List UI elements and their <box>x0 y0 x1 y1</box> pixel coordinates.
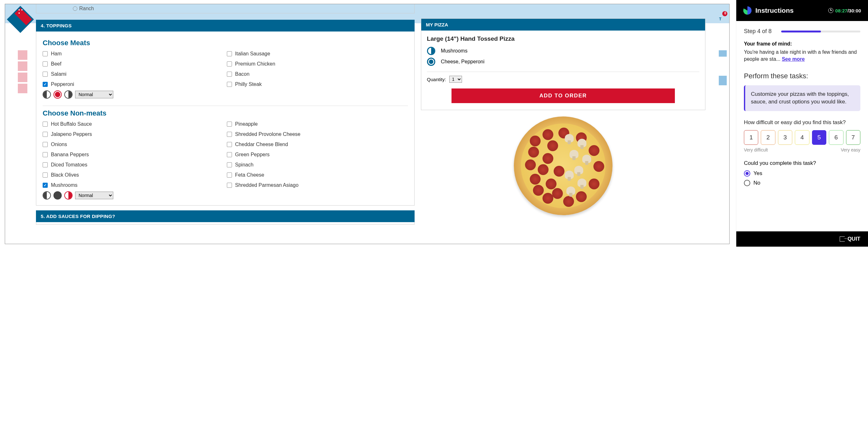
mushrooms-amount-select[interactable]: Normal <box>75 192 113 199</box>
instructions-sidebar: Instructions 08:27/30:00 Step 4 of 8 You… <box>736 0 868 247</box>
checkbox-icon <box>227 122 232 127</box>
coverage-right-icon[interactable] <box>64 90 72 99</box>
topping-jalapeno[interactable]: Jalapeno Peppers <box>43 131 224 137</box>
topping-feta[interactable]: Feta Cheese <box>227 172 408 178</box>
checkbox-icon <box>43 61 48 66</box>
checkbox-icon <box>227 51 232 56</box>
topping-diced-tomatoes[interactable]: Diced Tomatoes <box>43 162 224 168</box>
step-label: Step 4 of 8 <box>744 28 772 35</box>
rating-1[interactable]: 1 <box>744 130 758 145</box>
topping-italian-sausage[interactable]: Italian Sausage <box>227 51 408 57</box>
embedded-app-pane: 0T Ranch 4. TOPPINGS Choose Meats Ham <box>0 0 736 247</box>
ingredient-cheese-pepperoni: Cheese, Pepperoni <box>427 58 700 66</box>
topping-salami[interactable]: Salami <box>43 71 224 77</box>
topping-spinach[interactable]: Spinach <box>227 162 408 168</box>
step-row: Step 4 of 8 <box>744 28 860 35</box>
radio-icon <box>73 6 77 11</box>
rating-4[interactable]: 4 <box>795 130 809 145</box>
nonmeats-grid: Hot Buffalo Sauce Pineapple Jalapeno Pep… <box>43 121 408 188</box>
my-pizza-header: MY PIZZA <box>421 19 705 31</box>
meats-grid: Ham Italian Sausage Beef Premium Chicken… <box>43 51 408 87</box>
frame-of-mind-text: You're having a late night in with a few… <box>744 49 860 63</box>
checkbox-icon <box>227 152 232 157</box>
checkbox-icon <box>43 71 48 77</box>
sidebar-title: Instructions <box>755 7 794 14</box>
complete-yes[interactable]: Yes <box>744 170 860 177</box>
complete-no[interactable]: No <box>744 180 860 186</box>
coverage-left-icon[interactable] <box>43 90 51 99</box>
rating-3[interactable]: 3 <box>778 130 792 145</box>
topping-hot-buffalo[interactable]: Hot Buffalo Sauce <box>43 121 224 127</box>
ingredient-mushrooms: Mushrooms <box>427 47 700 55</box>
ingredient-label: Cheese, Pepperoni <box>441 59 485 65</box>
app-frame: 0T Ranch 4. TOPPINGS Choose Meats Ham <box>5 4 730 244</box>
cart-icon[interactable]: 0T <box>719 17 727 26</box>
pepperoni-amount-select[interactable]: Normal <box>75 91 113 98</box>
bg-promo <box>18 50 27 108</box>
quantity-select[interactable]: 1 <box>449 76 462 83</box>
toppings-body: Choose Meats Ham Italian Sausage Beef Pr… <box>36 31 414 206</box>
section-banner-dipping: 5. ADD SAUCES FOR DIPPING? <box>36 210 414 222</box>
topping-ham[interactable]: Ham <box>43 51 224 57</box>
complete-label: Could you complete this task? <box>744 160 860 166</box>
customize-column: Ranch 4. TOPPINGS Choose Meats Ham Itali… <box>36 4 414 244</box>
legend-left: Very difficult <box>744 147 768 152</box>
topping-premium-chicken[interactable]: Premium Chicken <box>227 61 408 67</box>
mushrooms-amount-row: Normal <box>43 191 408 200</box>
see-more-link[interactable]: See more <box>782 56 805 62</box>
checkbox-icon <box>227 173 232 178</box>
rating-2[interactable]: 2 <box>761 130 775 145</box>
coverage-whole-icon[interactable] <box>54 90 62 99</box>
add-to-order-button[interactable]: ADD TO ORDER <box>452 89 675 103</box>
sauce-label: Ranch <box>79 6 94 11</box>
sauce-option-ranch[interactable]: Ranch <box>73 6 414 11</box>
timer-elapsed: 08:27 <box>835 8 847 13</box>
topping-beef[interactable]: Beef <box>43 61 224 67</box>
checkbox-icon <box>43 162 48 167</box>
task-card: Customize your pizzas with the toppings,… <box>744 85 860 111</box>
topping-provolone[interactable]: Shredded Provolone Cheese <box>227 131 408 137</box>
checkbox-icon <box>227 142 232 147</box>
checkbox-icon <box>227 71 232 77</box>
my-pizza-column: MY PIZZA Large (14") Hand Tossed Pizza M… <box>421 4 705 244</box>
meats-heading: Choose Meats <box>43 39 408 47</box>
coverage-right-icon[interactable] <box>64 191 72 200</box>
quit-button[interactable]: QUIT <box>847 236 860 242</box>
my-pizza-card: MY PIZZA Large (14") Hand Tossed Pizza M… <box>421 19 705 110</box>
topping-bacon[interactable]: Bacon <box>227 71 408 77</box>
bg-accent-2 <box>719 76 727 85</box>
topping-cheddar[interactable]: Cheddar Cheese Blend <box>227 142 408 147</box>
topping-banana-peppers[interactable]: Banana Peppers <box>43 152 224 157</box>
timer: 08:27/30:00 <box>828 8 861 13</box>
pizza-preview <box>514 117 613 215</box>
checkbox-icon <box>43 122 48 127</box>
rating-6[interactable]: 6 <box>829 130 843 145</box>
tasks-heading: Perform these tasks: <box>744 72 860 80</box>
topping-pineapple[interactable]: Pineapple <box>227 121 408 127</box>
quantity-row: Quantity: 1 <box>427 76 700 83</box>
topping-pepperoni[interactable]: Pepperoni <box>43 82 224 87</box>
checkbox-icon <box>227 61 232 66</box>
topping-parmesan[interactable]: Shredded Parmesan Asiago <box>227 182 408 188</box>
sidebar-footer: QUIT <box>736 232 868 247</box>
quantity-label: Quantity: <box>427 77 446 82</box>
checkbox-icon <box>43 152 48 157</box>
rating-row: 1 2 3 4 5 6 7 <box>744 130 860 145</box>
topping-green-peppers[interactable]: Green Peppers <box>227 152 408 157</box>
coverage-half-icon <box>427 47 435 55</box>
rating-5[interactable]: 5 <box>812 130 826 145</box>
topping-black-olives[interactable]: Black Olives <box>43 172 224 178</box>
coverage-left-icon[interactable] <box>43 191 51 200</box>
checkbox-icon <box>43 173 48 178</box>
rating-7[interactable]: 7 <box>846 130 860 145</box>
checkbox-icon <box>43 51 48 56</box>
checkbox-icon <box>43 132 48 137</box>
section-banner-toppings: 4. TOPPINGS <box>36 20 414 31</box>
checkbox-icon <box>227 183 232 188</box>
topping-mushrooms[interactable]: Mushrooms <box>43 182 224 188</box>
topping-philly-steak[interactable]: Philly Steak <box>227 82 408 87</box>
progress-fill <box>781 31 820 32</box>
dipping-body-peek <box>36 222 414 225</box>
coverage-whole-icon[interactable] <box>54 191 62 200</box>
topping-onions[interactable]: Onions <box>43 142 224 147</box>
